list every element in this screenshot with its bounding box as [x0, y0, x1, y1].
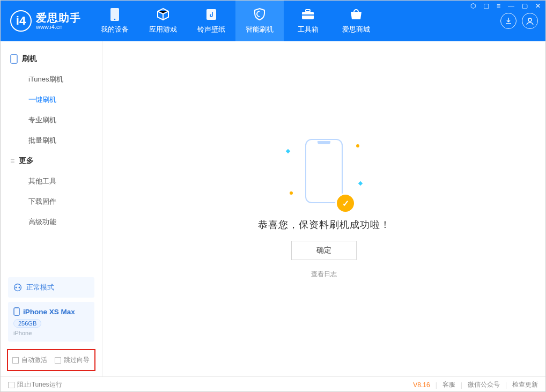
view-log-link[interactable]: 查看日志 — [311, 270, 337, 279]
sidebar-item-advanced[interactable]: 高级功能 — [1, 212, 102, 232]
svg-point-9 — [16, 287, 17, 289]
checkbox-icon — [8, 382, 14, 388]
sidebar-item-oneclick-flash[interactable]: 一键刷机 — [1, 90, 102, 110]
success-message: 恭喜您，保资料刷机成功啦！ — [258, 218, 390, 231]
svg-rect-7 — [11, 55, 17, 63]
checkbox-auto-activate[interactable]: 自动激活 — [12, 356, 47, 365]
tab-label: 应用游戏 — [149, 25, 177, 34]
tab-label: 我的设备 — [101, 25, 129, 34]
sidebar-section-title: 刷机 — [22, 54, 37, 64]
device-mode-text: 正常模式 — [26, 283, 54, 292]
device-icon — [10, 54, 18, 64]
brand: i4 爱思助手 www.i4.cn — [1, 1, 91, 41]
device-info[interactable]: iPhone XS Max 256GB iPhone — [8, 302, 94, 342]
tab-label: 铃声壁纸 — [197, 25, 225, 34]
device-type: iPhone — [13, 330, 89, 336]
header-tabs: 我的设备 应用游戏 铃声壁纸 智能刷机 工具箱 爱思商城 — [91, 1, 380, 41]
status-bar: 阻止iTunes运行 V8.16 | 客服 | 微信公众号 | 检查更新 — [1, 376, 545, 392]
checkbox-icon — [55, 357, 61, 364]
sidebar-item-download-firmware[interactable]: 下载固件 — [1, 191, 102, 212]
sync-icon — [13, 283, 22, 292]
store-icon — [349, 8, 363, 21]
check-icon: ✓ — [337, 195, 354, 212]
svg-rect-11 — [14, 308, 19, 315]
options-highlight: 自动激活 跳过向导 — [7, 349, 95, 371]
sidebar-section-flash: 刷机 — [1, 49, 102, 69]
link-wechat[interactable]: 微信公众号 — [468, 380, 500, 389]
link-support[interactable]: 客服 — [442, 380, 455, 389]
brand-url: www.i4.cn — [36, 24, 81, 30]
svg-rect-4 — [306, 10, 310, 12]
version-label: V8.16 — [413, 381, 430, 389]
tab-my-device[interactable]: 我的设备 — [91, 1, 139, 41]
tshirt-icon[interactable]: ⬡ — [470, 2, 476, 10]
device-capacity: 256GB — [13, 319, 41, 328]
svg-point-10 — [19, 287, 20, 289]
brand-logo-icon: i4 — [10, 10, 32, 32]
tab-label: 爱思商城 — [342, 25, 370, 34]
sidebar: 刷机 iTunes刷机 一键刷机 专业刷机 批量刷机 ≡ 更多 其他工具 下载固… — [1, 41, 102, 376]
checkbox-block-itunes[interactable]: 阻止iTunes运行 — [8, 380, 62, 389]
main-content: ✓ 恭喜您，保资料刷机成功啦！ 确定 查看日志 — [102, 41, 545, 376]
checkbox-skip-guide[interactable]: 跳过向导 — [55, 356, 90, 365]
toolbox-icon — [301, 8, 315, 21]
device-name-text: iPhone XS Max — [23, 308, 75, 316]
ok-button[interactable]: 确定 — [291, 241, 357, 260]
close-button[interactable]: ✕ — [535, 2, 541, 10]
feedback-icon[interactable]: ▢ — [483, 2, 489, 10]
tab-toolbox[interactable]: 工具箱 — [284, 1, 332, 41]
minimize-button[interactable]: — — [508, 2, 514, 10]
music-icon — [204, 8, 218, 21]
tab-ringtone-wallpaper[interactable]: 铃声壁纸 — [187, 1, 235, 41]
shield-icon — [253, 8, 267, 21]
menu-icon[interactable]: ≡ — [497, 2, 500, 10]
svg-rect-5 — [302, 14, 314, 16]
svg-point-8 — [14, 284, 21, 291]
device-icon — [108, 8, 122, 21]
phone-icon — [13, 307, 20, 316]
sidebar-section-title: 更多 — [19, 156, 34, 166]
svg-point-1 — [114, 19, 116, 20]
sidebar-item-other-tools[interactable]: 其他工具 — [1, 171, 102, 191]
tab-apps-games[interactable]: 应用游戏 — [139, 1, 187, 41]
svg-point-6 — [528, 18, 532, 21]
checkbox-icon — [12, 357, 19, 364]
tab-smart-flash[interactable]: 智能刷机 — [235, 1, 284, 41]
sidebar-item-itunes-flash[interactable]: iTunes刷机 — [1, 69, 102, 90]
sidebar-section-more: ≡ 更多 — [1, 151, 102, 171]
maximize-button[interactable]: ▢ — [522, 2, 528, 10]
account-button[interactable] — [522, 13, 538, 29]
menu-icon: ≡ — [10, 157, 14, 165]
brand-title: 爱思助手 — [36, 12, 81, 24]
cube-icon — [156, 8, 170, 21]
tab-label: 智能刷机 — [246, 25, 274, 34]
download-button[interactable] — [500, 13, 517, 29]
device-mode[interactable]: 正常模式 — [8, 277, 94, 298]
app-header: i4 爱思助手 www.i4.cn 我的设备 应用游戏 铃声壁纸 智能刷机 工具… — [1, 1, 545, 41]
tab-store[interactable]: 爱思商城 — [332, 1, 380, 41]
success-illustration: ✓ — [297, 139, 351, 209]
sidebar-item-pro-flash[interactable]: 专业刷机 — [1, 110, 102, 130]
sidebar-item-batch-flash[interactable]: 批量刷机 — [1, 130, 102, 151]
tab-label: 工具箱 — [298, 25, 319, 34]
link-check-update[interactable]: 检查更新 — [512, 380, 538, 389]
